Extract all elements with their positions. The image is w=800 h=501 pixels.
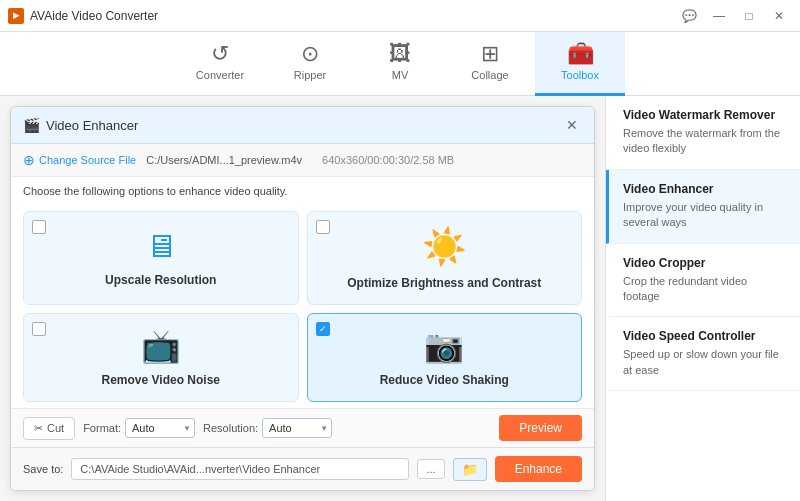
nav-collage[interactable]: ⊞ Collage [445, 32, 535, 96]
collage-icon: ⊞ [481, 43, 499, 65]
close-button[interactable]: ✕ [766, 6, 792, 26]
format-select[interactable]: Auto [125, 418, 195, 438]
nav-bar: ↺ Converter ⊙ Ripper 🖼 MV ⊞ Collage 🧰 To… [0, 32, 800, 96]
nav-toolbox[interactable]: 🧰 Toolbox [535, 32, 625, 96]
nav-mv-label: MV [392, 69, 409, 81]
toolbox-icon: 🧰 [567, 43, 594, 65]
upscale-checkbox[interactable] [32, 220, 46, 234]
cut-button[interactable]: ✂ Cut [23, 417, 75, 440]
brightness-icon: ☀️ [422, 226, 467, 268]
resolution-select[interactable]: Auto [262, 418, 332, 438]
save-to-label: Save to: [23, 463, 63, 475]
format-group: Format: Auto [83, 418, 195, 438]
cropper-desc: Crop the redundant video footage [623, 274, 786, 305]
modal-header-icon: 🎬 [23, 117, 40, 133]
change-source-label: Change Source File [39, 154, 136, 166]
nav-toolbox-label: Toolbox [561, 69, 599, 81]
chat-button[interactable]: 💬 [676, 6, 702, 26]
modal-title: Video Enhancer [46, 118, 138, 133]
scissors-icon: ✂ [34, 422, 43, 435]
enhancer-desc: Improve your video quality in several wa… [623, 200, 786, 231]
sidebar-item-cropper[interactable]: Video Cropper Crop the redundant video f… [606, 244, 800, 318]
enhancer-title: Video Enhancer [623, 182, 786, 196]
noise-icon: 📺 [141, 327, 181, 365]
ripper-icon: ⊙ [301, 43, 319, 65]
shaking-icon: 📷 [424, 327, 464, 365]
add-icon: ⊕ [23, 152, 35, 168]
nav-converter[interactable]: ↺ Converter [175, 32, 265, 96]
source-info: 640x360/00:00:30/2.58 MB [322, 154, 454, 166]
mv-icon: 🖼 [389, 43, 411, 65]
nav-ripper[interactable]: ⊙ Ripper [265, 32, 355, 96]
option-upscale[interactable]: 🖥 Upscale Resolution [23, 211, 299, 305]
source-path: C:/Users/ADMI...1_preview.m4v [146, 154, 302, 166]
right-sidebar: Video Watermark Remover Remove the water… [605, 96, 800, 501]
cropper-title: Video Cropper [623, 256, 786, 270]
enhance-button[interactable]: Enhance [495, 456, 582, 482]
resolution-select-wrapper: Auto [262, 418, 332, 438]
modal-subtitle: Choose the following options to enhance … [11, 177, 594, 205]
noise-checkbox[interactable] [32, 322, 46, 336]
speed-controller-title: Video Speed Controller [623, 329, 786, 343]
nav-converter-label: Converter [196, 69, 244, 81]
change-source-button[interactable]: ⊕ Change Source File [23, 152, 136, 168]
cut-label: Cut [47, 422, 64, 434]
brightness-checkbox[interactable] [316, 220, 330, 234]
left-panel: 🎬 Video Enhancer ✕ ⊕ Change Source File … [0, 96, 605, 501]
modal-close-button[interactable]: ✕ [562, 115, 582, 135]
upscale-label: Upscale Resolution [105, 273, 216, 287]
video-enhancer-modal: 🎬 Video Enhancer ✕ ⊕ Change Source File … [10, 106, 595, 491]
preview-button[interactable]: Preview [499, 415, 582, 441]
option-brightness[interactable]: ☀️ Optimize Brightness and Contrast [307, 211, 583, 305]
maximize-button[interactable]: □ [736, 6, 762, 26]
options-grid: 🖥 Upscale Resolution ☀️ Optimize Brightn… [11, 205, 594, 408]
shaking-checkbox[interactable]: ✓ [316, 322, 330, 336]
nav-mv[interactable]: 🖼 MV [355, 32, 445, 96]
converter-icon: ↺ [211, 43, 229, 65]
save-bar: Save to: C:\AVAide Studio\AVAid...nverte… [11, 447, 594, 490]
save-folder-button[interactable]: 📁 [453, 458, 487, 481]
nav-collage-label: Collage [471, 69, 508, 81]
brightness-label: Optimize Brightness and Contrast [347, 276, 541, 290]
main-layout: 🎬 Video Enhancer ✕ ⊕ Change Source File … [0, 96, 800, 501]
nav-ripper-label: Ripper [294, 69, 326, 81]
window-controls: 💬 — □ ✕ [676, 6, 792, 26]
option-noise[interactable]: 📺 Remove Video Noise [23, 313, 299, 403]
sidebar-item-speed-controller[interactable]: Video Speed Controller Speed up or slow … [606, 317, 800, 391]
bottom-toolbar: ✂ Cut Format: Auto Resolution: Aut [11, 408, 594, 447]
resolution-label: Resolution: [203, 422, 258, 434]
option-shaking[interactable]: ✓ 📷 Reduce Video Shaking [307, 313, 583, 403]
app-title: AVAide Video Converter [30, 9, 158, 23]
save-dots-button[interactable]: ... [417, 459, 444, 479]
watermark-remover-desc: Remove the watermark from the video flex… [623, 126, 786, 157]
resolution-group: Resolution: Auto [203, 418, 332, 438]
noise-label: Remove Video Noise [102, 373, 221, 387]
speed-controller-desc: Speed up or slow down your file at ease [623, 347, 786, 378]
upscale-icon: 🖥 [145, 228, 177, 265]
shaking-label: Reduce Video Shaking [380, 373, 509, 387]
minimize-button[interactable]: — [706, 6, 732, 26]
format-label: Format: [83, 422, 121, 434]
watermark-remover-title: Video Watermark Remover [623, 108, 786, 122]
sidebar-item-enhancer[interactable]: Video Enhancer Improve your video qualit… [606, 170, 800, 244]
title-bar: ▶ AVAide Video Converter 💬 — □ ✕ [0, 0, 800, 32]
app-icon: ▶ [8, 8, 24, 24]
save-path: C:\AVAide Studio\AVAid...nverter\Video E… [71, 458, 409, 480]
modal-header: 🎬 Video Enhancer ✕ [11, 107, 594, 144]
format-select-wrapper: Auto [125, 418, 195, 438]
sidebar-item-watermark-remover[interactable]: Video Watermark Remover Remove the water… [606, 96, 800, 170]
source-bar: ⊕ Change Source File C:/Users/ADMI...1_p… [11, 144, 594, 177]
